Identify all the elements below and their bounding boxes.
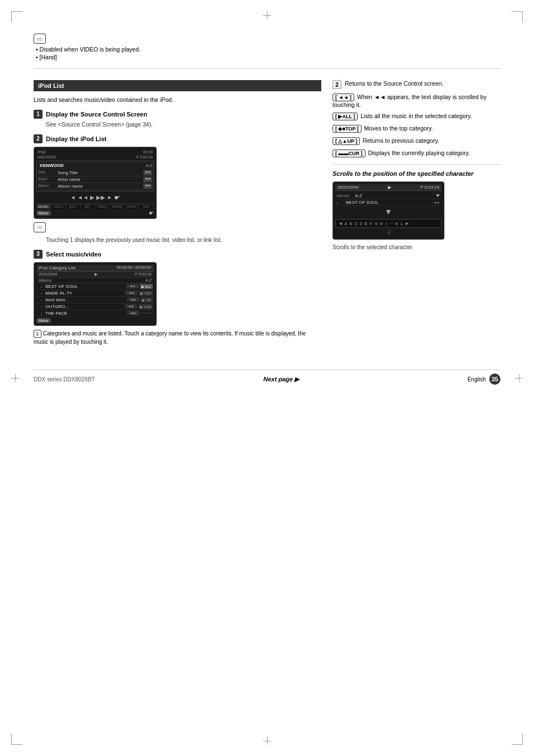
scroll-hand: ☛ bbox=[436, 193, 441, 198]
scrolls-title: Scrolls to the position of the specified… bbox=[332, 170, 500, 177]
alpha-left-arrow[interactable]: ◄ bbox=[338, 221, 343, 226]
tab-rbdm[interactable]: RBDM bbox=[110, 204, 124, 209]
cat-btn-info-1[interactable]: ◄► bbox=[127, 284, 139, 288]
step-2-header: 2 Display the iPod List bbox=[34, 134, 321, 143]
step-3-num: 3 bbox=[34, 250, 43, 259]
track-album-value: Album name bbox=[56, 184, 143, 189]
cat-row-3[interactable]: ♪ Next Worl... ◄► ▶ UP bbox=[36, 297, 154, 304]
tab-music[interactable]: MUSIC bbox=[36, 204, 51, 209]
icon-box-top: :::: bbox=[34, 34, 46, 44]
kenwood-logo: KENWOOD bbox=[38, 162, 65, 169]
alpha-f[interactable]: F bbox=[369, 222, 373, 226]
main-content: iPod List Lists and searches music/video… bbox=[34, 80, 500, 353]
screen-track-num: 0001/0020 bbox=[38, 155, 56, 159]
top-notes-section: :::: Disabled when VIDEO is being played… bbox=[34, 34, 500, 69]
cat-time2: 00:00:00 / 00:00:NY bbox=[117, 265, 152, 270]
cat-btn-all-4[interactable]: ▶ CUR bbox=[138, 304, 153, 309]
cat-row-4[interactable]: ♪ OUTGRO... ◄► ▶ CUR bbox=[36, 304, 154, 310]
alpha-right-arrow[interactable]: ► bbox=[405, 221, 410, 226]
alpha-k[interactable]: K bbox=[395, 222, 399, 226]
step-3-title: Select music/video bbox=[46, 251, 101, 258]
cat-title: iPod Category List bbox=[39, 265, 75, 270]
btn-album-small: ◄► bbox=[143, 184, 152, 189]
section-desc: Lists and searches music/video contained… bbox=[34, 96, 321, 104]
cat-name-1: BEST OF SOUL bbox=[45, 284, 125, 289]
cat-track-num: 0001/0044 bbox=[39, 272, 57, 277]
tab-video[interactable]: VIDEO bbox=[51, 204, 65, 209]
hand-icon: ☛ bbox=[114, 194, 120, 202]
next-page-label: Next page ▶ bbox=[264, 376, 299, 383]
step-3: 3 Select music/video iPod Category List … bbox=[34, 250, 321, 347]
alpha-ellipsis: ⋯ bbox=[389, 221, 394, 226]
note-disabled: Disabled when VIDEO is being played. bbox=[36, 46, 500, 53]
track-artist-label: Artist bbox=[38, 177, 56, 182]
rewind-btn-label: [ ◄◄ ] bbox=[332, 94, 354, 101]
step-1-num: 1 bbox=[34, 110, 43, 119]
cat-btn-all-5[interactable] bbox=[140, 312, 153, 314]
alpha-g[interactable]: G bbox=[374, 222, 378, 226]
scroll-time: P 0:03:24 bbox=[420, 185, 439, 190]
right-note-2-text: Returns to the Source Control screen. bbox=[345, 80, 443, 87]
cat-row-5[interactable]: ♪ THE FACE ◄► bbox=[36, 310, 154, 317]
footer-right: Next page ▶ bbox=[264, 376, 299, 383]
menu-btn[interactable]: Menu bbox=[36, 211, 51, 216]
alpha-e[interactable]: E bbox=[364, 222, 368, 226]
cat-arrow: ▶ bbox=[95, 272, 97, 277]
track-artist-value: Artist name bbox=[56, 177, 143, 182]
scroll-label: Albums bbox=[336, 194, 349, 198]
tab-freq[interactable]: FREQ bbox=[95, 204, 110, 209]
cat-note-num: 1 bbox=[34, 330, 41, 338]
cat-btn-all-1[interactable]: ▶ ALL bbox=[140, 284, 153, 289]
cat-name-4: OUTGRO... bbox=[45, 304, 124, 309]
right-rewind-item: [ ◄◄ ] When ◄◄ appears, the text display… bbox=[332, 94, 500, 108]
cat-row-2[interactable]: ♪ MADE IN..TY ◄► ▶ TOP bbox=[36, 290, 154, 297]
screen-playbar: ◄ ◄◄ ▶ ▶▶ ► ☛ bbox=[36, 193, 154, 203]
step-1-sub: See <Source Control Screen> (page 34). bbox=[46, 121, 321, 128]
alpha-d[interactable]: D bbox=[359, 222, 363, 226]
track-album-label: Album bbox=[38, 184, 56, 189]
play-back: ◄◄ bbox=[77, 194, 88, 200]
tab-disc[interactable]: DISC bbox=[66, 204, 81, 209]
alpha-c[interactable]: C bbox=[354, 222, 358, 226]
tab-net[interactable]: NET bbox=[81, 204, 95, 209]
cat-az: A-Z bbox=[146, 278, 152, 282]
cat-name-3: Next Worl... bbox=[45, 297, 126, 302]
tab-rbd[interactable]: RBD bbox=[139, 204, 154, 209]
alpha-h[interactable]: H bbox=[379, 222, 383, 226]
tab-vron[interactable]: VRON bbox=[125, 204, 139, 209]
divider bbox=[332, 164, 500, 165]
track-album-row: Album Album name ◄► bbox=[38, 183, 152, 190]
cat-btn-all-3[interactable]: ▶ UP bbox=[140, 297, 153, 302]
alpha-hand: ☟ bbox=[335, 228, 442, 237]
cat-btn-info-4[interactable]: ◄► bbox=[125, 304, 137, 309]
cat-btn-info-3[interactable]: ◄► bbox=[127, 297, 139, 302]
page-container: :::: Disabled when VIDEO is being played… bbox=[0, 0, 534, 756]
rewind-desc: When ◄◄ appears, the text display is scr… bbox=[332, 94, 486, 108]
alpha-a[interactable]: A bbox=[344, 222, 348, 226]
scroll-category-info: ◄► bbox=[433, 200, 441, 204]
cat-btn-info-5[interactable]: ◄► bbox=[127, 311, 139, 315]
alpha-bar[interactable]: ◄ A B C D E F G H I ⋯ K L ► bbox=[335, 219, 442, 228]
play-prev: ◄ bbox=[70, 194, 76, 200]
cat-icon-3: ♪ bbox=[38, 298, 45, 302]
screen-tab-bar: MUSIC VIDEO DISC NET FREQ RBDM VRON RBD bbox=[36, 204, 154, 209]
scroll-down-arrow: ▼ bbox=[335, 206, 442, 217]
cur-desc: Displays the currently playing category. bbox=[368, 150, 470, 156]
ipod-screen-mockup: iPod 00:00 0001/0020 P 0:03:24 KENWOOD A… bbox=[34, 147, 157, 219]
note-hand: [Hand] bbox=[36, 54, 500, 60]
cat-row-1[interactable]: ♪ BEST OF SOUL ◄► ▶ ALL bbox=[36, 283, 154, 290]
scroll-az: A-Z bbox=[352, 193, 434, 198]
right-cur-item: [ ▬▬CUR ] Displays the currently playing… bbox=[332, 150, 500, 157]
right-note-2: 2 Returns to the Source Control screen. bbox=[332, 80, 500, 89]
alpha-i[interactable]: I bbox=[384, 222, 388, 226]
cat-btn-info-2[interactable]: ◄► bbox=[125, 291, 138, 295]
track-title-value: Song Title bbox=[56, 170, 143, 175]
alpha-b[interactable]: B bbox=[349, 222, 353, 226]
hand-icon-2: ☛ bbox=[149, 210, 154, 216]
alpha-l[interactable]: L bbox=[400, 222, 404, 226]
up-desc: Returns to previous category. bbox=[363, 137, 439, 144]
cat-btn-all-2[interactable]: ▶ TOP bbox=[139, 291, 153, 296]
cat-menu-btn[interactable]: Menu bbox=[36, 318, 51, 323]
cat-header: iPod Category List 00:00:00 / 00:00:NY bbox=[36, 265, 154, 272]
all-btn-label: [ ▶ALL ] bbox=[332, 113, 358, 120]
